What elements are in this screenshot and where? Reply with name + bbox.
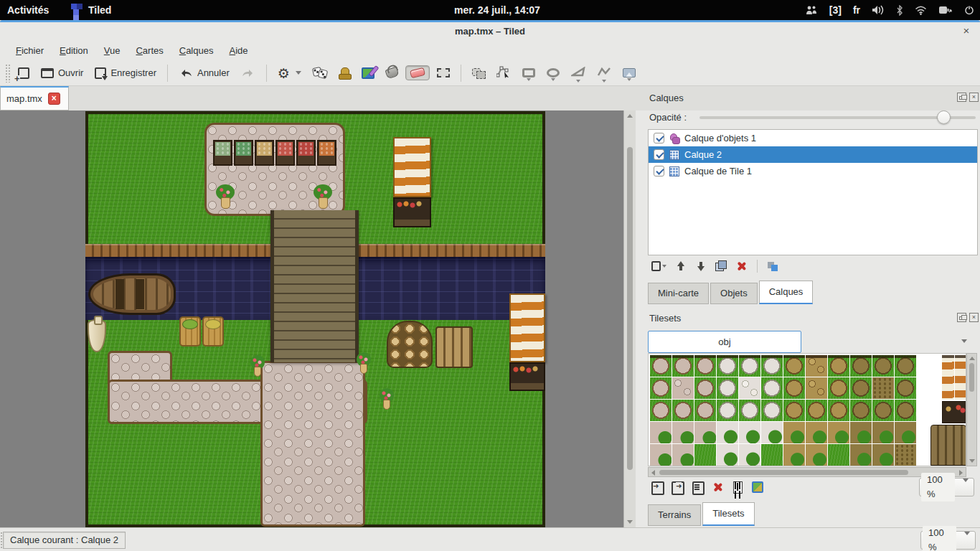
tab-terrains[interactable]: Terrains [648,504,701,526]
tileset-tile-bb[interactable] [895,444,916,466]
select-objects-tool[interactable] [468,65,489,81]
tileset-tile-gw[interactable] [761,377,783,399]
new-layer-button[interactable] [651,261,666,271]
tileset-tile-wg[interactable] [739,444,760,466]
opacity-slider[interactable] [699,116,976,119]
tileset-tile-gs[interactable] [694,377,716,399]
tab-tilesets[interactable]: Tilesets [702,502,754,526]
opacity-slider-groove[interactable] [699,116,976,119]
toolbar-grip[interactable] [5,64,10,83]
tileset-tile-bg[interactable] [850,422,872,443]
tileset-tile-st[interactable] [672,377,694,399]
eraser-tool[interactable] [405,65,430,80]
open-button[interactable]: Ouvrir [37,65,88,81]
tileset-tile-sg[interactable] [672,422,694,443]
lower-layer-button[interactable] [695,260,707,272]
layer-visibility-checkbox[interactable] [654,133,664,143]
map-view[interactable] [0,110,636,527]
tileset-tile-wg[interactable] [761,422,783,443]
tileset-tile-sg[interactable] [650,444,672,466]
undo-button[interactable]: Annuler [174,65,234,81]
tileset-tile-gw[interactable] [739,355,760,377]
map-scrollbar-thumb[interactable] [627,147,633,470]
tab-mini-carte[interactable]: Mini-carte [648,283,709,304]
insert-tile-object-tool[interactable] [618,65,640,81]
embed-tileset-button[interactable] [651,481,663,493]
raise-layer-button[interactable] [675,260,687,272]
tileset-tile-wg[interactable] [717,444,738,466]
tileset-tile-wh[interactable] [739,377,760,399]
tileset-tile-sg[interactable] [694,422,716,443]
edit-tileset-button[interactable] [752,481,763,493]
tileset-selector-tab[interactable]: obj [648,331,801,353]
float-panel-button[interactable] [957,313,966,322]
tileset-tile-gw[interactable] [717,377,738,399]
tileset-tile-gd[interactable] [783,400,805,421]
tileset-horizontal-scrollbar[interactable] [648,467,966,477]
tileset-tile-dd[interactable] [806,355,827,377]
window-close-button[interactable]: × [960,24,973,37]
clock[interactable]: mer. 24 juil., 14:07 [440,0,555,20]
tileset-tile-crate[interactable] [942,401,966,423]
tileset-tile-gs[interactable] [694,355,716,377]
map-canvas[interactable] [85,111,545,527]
tileset-zoom-combo[interactable]: 100 % [919,478,974,496]
map-zoom-combo[interactable]: 100 % [920,531,976,550]
tileset-tile-gw[interactable] [761,355,783,377]
activities-button[interactable]: Activités [7,0,49,20]
tileset-vscroll-thumb[interactable] [969,363,974,392]
tileset-tile-bg[interactable] [872,444,894,466]
scroll-down-arrow[interactable] [969,459,975,463]
tileset-tile-gw[interactable] [717,400,738,421]
tileset-tile-gb[interactable] [850,355,872,377]
insert-ellipse-tool[interactable] [542,65,564,81]
tileset-tile-gs[interactable] [650,355,672,377]
tileset-tile-gw[interactable] [739,400,760,421]
opacity-slider-handle[interactable] [937,110,951,124]
tileset-tile-gg[interactable] [828,444,849,466]
tileset-tile-gb[interactable] [895,377,916,399]
tileset-tile-wg[interactable] [739,422,760,443]
tileset-tile-bg[interactable] [850,444,872,466]
tileset-hscroll-thumb[interactable] [659,470,908,475]
tileset-tile-gd[interactable] [783,355,805,377]
tileset-tile-dg[interactable] [806,444,827,466]
tileset-tile-bg[interactable] [872,422,894,443]
tileset-tile-dd[interactable] [806,377,827,399]
stamp-brush-tool[interactable] [334,65,354,82]
tileset-tile-gs[interactable] [694,400,716,421]
tileset-tile-gd[interactable] [806,400,827,421]
menu-calques[interactable]: Calques [172,43,221,58]
tileset-tile-gb[interactable] [872,400,894,421]
scroll-right-arrow[interactable] [959,470,963,476]
redo-button[interactable] [237,65,260,81]
tileset-tile-gs[interactable] [672,355,694,377]
menu-fichier[interactable]: Fichier [9,43,51,58]
layer-row-tile1[interactable]: Calque de Tile 1 [649,163,977,179]
scroll-left-arrow[interactable] [651,470,655,476]
focused-app-indicator[interactable]: Tiled [69,0,111,20]
system-status-area[interactable]: [3] fr [805,0,974,20]
tileset-tile-gb[interactable] [895,355,916,377]
random-mode-button[interactable] [308,64,331,83]
terrain-brush-tool[interactable] [357,65,379,82]
tileset-tile-gd[interactable] [828,355,849,377]
tileset-tile-gs[interactable] [650,377,672,399]
tileset-tile-gs[interactable] [672,400,694,421]
tileset-tile-dg[interactable] [806,422,827,443]
bucket-fill-tool[interactable] [382,65,402,80]
tileset-tile-wood[interactable] [930,425,966,466]
duplicate-layer-button[interactable] [715,260,727,272]
tileset-tile-gw[interactable] [717,355,738,377]
tileset-grid[interactable] [648,353,966,466]
menu-vue[interactable]: Vue [97,43,128,58]
tileset-tile-gg[interactable] [761,444,783,466]
tileset-tile-sg[interactable] [672,444,694,466]
insert-polyline-tool[interactable] [593,64,616,83]
window-titlebar[interactable]: map.tmx – Tiled × [0,22,980,41]
tileset-tile-gb[interactable] [895,400,916,421]
rectangular-select-tool[interactable] [433,65,454,80]
menu-cartes[interactable]: Cartes [128,43,170,58]
highlight-current-layer-button[interactable] [768,260,779,272]
tab-objets[interactable]: Objets [710,283,758,304]
